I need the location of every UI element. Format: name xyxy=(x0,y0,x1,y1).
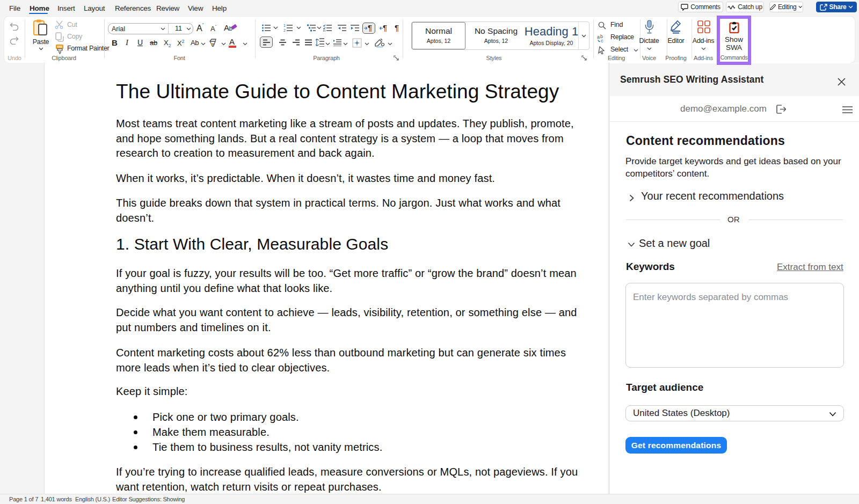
svg-text:2: 2 xyxy=(283,28,286,32)
svg-text:1: 1 xyxy=(283,24,286,27)
svg-text:a: a xyxy=(597,34,600,40)
svg-text:c: c xyxy=(601,38,603,42)
